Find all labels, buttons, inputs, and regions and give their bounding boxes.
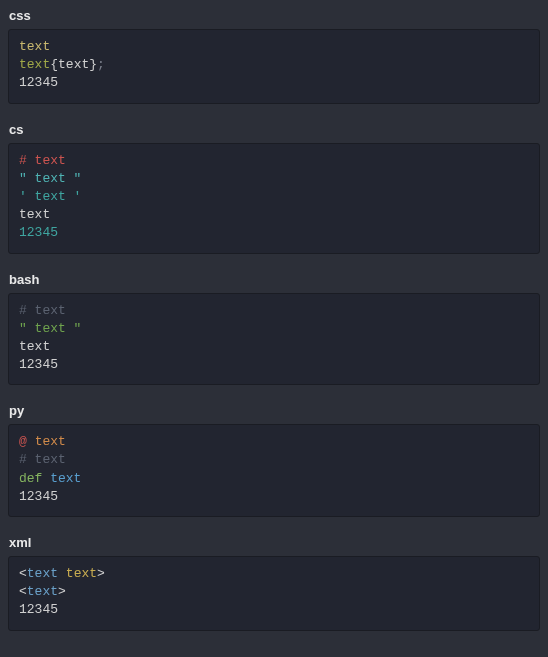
code-block-xml: xml<text text><text>12345 [8, 535, 540, 631]
code-token: " text " [19, 171, 81, 186]
code-token: @ [19, 434, 27, 449]
code-box: @ text# textdef text12345 [8, 424, 540, 517]
code-block-label: cs [8, 122, 540, 137]
code-line: 12345 [19, 356, 529, 374]
code-line: " text " [19, 170, 529, 188]
code-line: 12345 [19, 74, 529, 92]
code-block-label: css [8, 8, 540, 23]
code-token: # text [19, 303, 66, 318]
code-line: <text text> [19, 565, 529, 583]
code-block-cs: cs# text" text "' text 'text12345 [8, 122, 540, 254]
code-token [58, 566, 66, 581]
code-box: <text text><text>12345 [8, 556, 540, 631]
code-box: texttext{text};12345 [8, 29, 540, 104]
code-token: < [19, 584, 27, 599]
code-token: text [19, 39, 50, 54]
code-token: text [19, 339, 50, 354]
code-line: text [19, 38, 529, 56]
code-token: # text [19, 153, 66, 168]
code-token: > [97, 566, 105, 581]
code-token: text [27, 584, 58, 599]
code-token: " text " [19, 321, 81, 336]
code-line: " text " [19, 320, 529, 338]
code-token: ; [97, 57, 105, 72]
code-token: 12345 [19, 489, 58, 504]
code-line: text{text}; [19, 56, 529, 74]
code-block-py: py@ text# textdef text12345 [8, 403, 540, 517]
code-token [27, 434, 35, 449]
code-line: # text [19, 451, 529, 469]
code-token: def [19, 471, 42, 486]
code-token: < [19, 566, 27, 581]
code-token: > [58, 584, 66, 599]
code-token: text [66, 566, 97, 581]
code-token: 12345 [19, 357, 58, 372]
code-line: text [19, 338, 529, 356]
code-line: ' text ' [19, 188, 529, 206]
code-block-label: py [8, 403, 540, 418]
code-block-bash: bash# text" text "text12345 [8, 272, 540, 386]
code-block-label: xml [8, 535, 540, 550]
code-token: text [19, 57, 50, 72]
code-line: def text [19, 470, 529, 488]
code-line: # text [19, 152, 529, 170]
code-token: { [50, 57, 58, 72]
code-token: } [89, 57, 97, 72]
code-token: text [27, 566, 58, 581]
code-token: # text [19, 452, 66, 467]
code-line: @ text [19, 433, 529, 451]
code-token: 12345 [19, 75, 58, 90]
code-line: <text> [19, 583, 529, 601]
code-token: text [35, 434, 66, 449]
code-token: text [58, 57, 89, 72]
code-token: 12345 [19, 225, 58, 240]
code-token: ' text ' [19, 189, 81, 204]
code-box: # text" text "' text 'text12345 [8, 143, 540, 254]
code-box: # text" text "text12345 [8, 293, 540, 386]
code-block-css: csstexttext{text};12345 [8, 8, 540, 104]
code-token: 12345 [19, 602, 58, 617]
code-line: # text [19, 302, 529, 320]
syntax-preview-root: csstexttext{text};12345cs# text" text "'… [8, 8, 540, 631]
code-line: 12345 [19, 601, 529, 619]
code-line: 12345 [19, 224, 529, 242]
code-block-label: bash [8, 272, 540, 287]
code-token: text [19, 207, 50, 222]
code-line: 12345 [19, 488, 529, 506]
code-line: text [19, 206, 529, 224]
code-token: text [50, 471, 81, 486]
